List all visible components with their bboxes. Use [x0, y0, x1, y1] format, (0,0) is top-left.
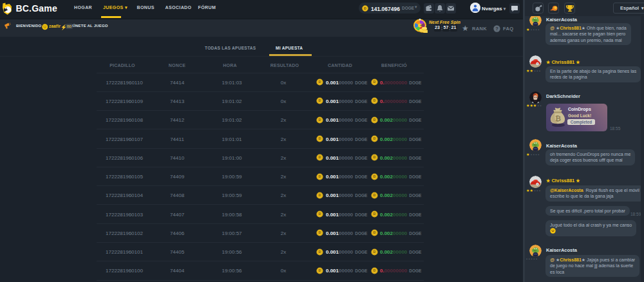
svg-text:Ð: Ð	[374, 156, 376, 160]
svg-text:Ð: Ð	[319, 212, 321, 216]
svg-text:Ð: Ð	[374, 231, 376, 235]
svg-text:Ð: Ð	[319, 174, 321, 178]
svg-text:Ð: Ð	[374, 174, 376, 178]
svg-text:Ð: Ð	[374, 268, 376, 272]
svg-text:Ð: Ð	[319, 80, 321, 84]
svg-text:?: ?	[495, 26, 498, 30]
svg-text:Ð: Ð	[374, 250, 376, 254]
svg-text:Ð: Ð	[319, 156, 321, 160]
svg-text:Ð: Ð	[374, 193, 376, 197]
svg-text:Ð: Ð	[374, 212, 376, 216]
svg-text:Ð: Ð	[374, 118, 376, 122]
svg-text:Ð: Ð	[319, 136, 321, 140]
svg-text:Ð: Ð	[319, 118, 321, 122]
svg-text:Ð: Ð	[319, 268, 321, 272]
svg-text:Ð: Ð	[319, 99, 321, 103]
svg-text:Ð: Ð	[319, 193, 321, 197]
svg-text:Ð: Ð	[374, 136, 376, 140]
svg-text:Ð: Ð	[364, 6, 366, 10]
svg-text:Ð: Ð	[374, 80, 376, 84]
svg-text:Ð: Ð	[319, 231, 321, 235]
svg-text:Ð: Ð	[319, 250, 321, 254]
svg-text:₿: ₿	[555, 115, 561, 122]
svg-text:Ð: Ð	[374, 99, 376, 103]
